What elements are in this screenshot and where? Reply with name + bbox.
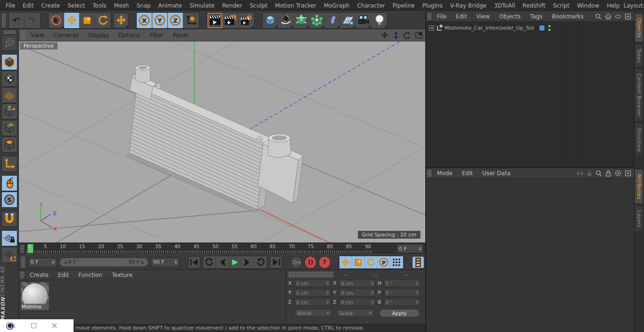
object-menu-item[interactable]: Bookmarks — [547, 12, 588, 21]
spinner-icon[interactable] — [419, 245, 421, 252]
polygons-mode-button[interactable] — [1, 137, 17, 153]
material-thumbnail[interactable]: Mishimo — [20, 282, 50, 311]
autokeying-button[interactable]: () — [305, 256, 316, 268]
menu-item[interactable]: Help — [603, 1, 623, 10]
material-menu-grip[interactable] — [20, 271, 24, 278]
keyframe-scale-toggle[interactable] — [352, 256, 365, 268]
play-forward-button[interactable] — [229, 256, 241, 268]
timeline-grip[interactable] — [20, 244, 24, 253]
tweak-mode-button[interactable] — [1, 175, 17, 191]
attribute-menu-item[interactable]: User Data — [478, 169, 515, 178]
position-field[interactable]: 0 cm — [294, 279, 331, 287]
goto-end-button[interactable] — [270, 256, 282, 268]
coordinate-space-dropdown[interactable]: World▼ — [294, 309, 332, 317]
menu-item[interactable]: 3DToAll — [490, 1, 519, 10]
menu-item[interactable]: Script — [549, 1, 573, 10]
size-field[interactable]: 0 cm — [339, 289, 376, 297]
menu-item[interactable]: V-Ray Bridge — [446, 1, 490, 10]
attribute-menu-item[interactable]: Mode — [432, 169, 457, 178]
object-row[interactable]: Mishimoto_Car_Intercooler_Up_Side_Pipes_… — [426, 23, 634, 33]
tab-layers[interactable]: Layers — [635, 205, 644, 232]
coords-grip[interactable] — [288, 271, 333, 278]
attribute-menu-item[interactable]: Edit — [457, 169, 478, 178]
viewport-menu-item[interactable]: Display — [83, 31, 114, 40]
size-field[interactable]: 0 cm — [339, 298, 376, 306]
size-field[interactable]: 0 cm — [339, 279, 376, 287]
menu-item[interactable]: Animate — [155, 1, 186, 10]
workplane-mode-button[interactable] — [1, 87, 17, 103]
menu-item[interactable]: Select — [64, 1, 89, 10]
viewport-menu-item[interactable]: View — [26, 31, 49, 40]
rotate-view-button[interactable] — [402, 31, 413, 40]
record-key-button[interactable] — [291, 256, 303, 268]
keyframe-pla-toggle[interactable] — [390, 256, 403, 268]
previous-frame-button[interactable] — [216, 256, 229, 268]
object-tree[interactable]: Mishimoto_Car_Intercooler_Up_Side_Pipes_… — [426, 22, 634, 167]
object-name[interactable]: Mishimoto_Car_Intercooler_Up_Side_Pipes_… — [445, 25, 534, 31]
playbar-grip[interactable] — [21, 256, 25, 268]
menu-item[interactable]: Edit — [19, 1, 37, 10]
toggle-view-button[interactable] — [413, 31, 424, 40]
menu-item[interactable]: Motion Tracker — [271, 1, 320, 10]
search-icon[interactable] — [595, 170, 602, 177]
range-start-field[interactable]: 0 F — [28, 258, 57, 267]
material-menu-item[interactable]: Function — [74, 271, 107, 279]
spinner-icon[interactable] — [52, 259, 55, 266]
zoom-view-button[interactable] — [390, 31, 402, 40]
viewport-3d-scene[interactable]: Perspective Grid Spacing : 10 cm Y Z X — [19, 41, 425, 243]
viewport-menu-item[interactable]: Panel — [168, 31, 193, 40]
menu-item[interactable]: Render — [218, 1, 246, 10]
viewport-menu-item[interactable]: Options — [114, 31, 145, 40]
tab-attributes[interactable]: Attributes — [635, 169, 644, 204]
keyframe-position-toggle[interactable] — [339, 256, 352, 268]
texture-mode-button[interactable] — [1, 71, 17, 87]
coordinate-mode-dropdown[interactable]: Scale▼ — [337, 309, 374, 317]
menu-item[interactable]: Character — [353, 1, 388, 10]
layer-color-swatch[interactable] — [539, 25, 545, 31]
menu-item[interactable]: Snap — [132, 1, 154, 10]
close-icon[interactable] — [51, 323, 58, 329]
model-mode-button[interactable] — [1, 54, 17, 70]
rotation-field[interactable]: 0 ° — [384, 279, 421, 287]
home-icon[interactable] — [605, 13, 611, 20]
menu-item[interactable]: Window — [573, 1, 603, 10]
rotation-field[interactable]: 0 ° — [384, 289, 421, 297]
history-back-icon[interactable] — [576, 170, 583, 176]
workplane-rotate-button[interactable] — [1, 247, 17, 263]
timeline-ruler[interactable]: 051015202530354045505560657075808590 — [25, 243, 395, 254]
target-icon[interactable] — [615, 170, 621, 177]
material-menu-item[interactable]: Create — [25, 271, 53, 279]
viewport-solo-button[interactable]: S — [1, 192, 17, 208]
menu-item[interactable]: Sculpt — [246, 1, 271, 10]
mode-toolbar-grip[interactable] — [3, 30, 16, 34]
preview-range-slider[interactable]: ◀ 0 F 90 F ▶ — [59, 258, 149, 267]
keyframe-rotation-toggle[interactable] — [365, 256, 378, 268]
viewport-menu-item[interactable]: Filter — [145, 31, 168, 40]
tab-structure[interactable]: Structure — [635, 123, 644, 156]
menu-item[interactable]: Redshift — [519, 1, 549, 10]
add-panel-icon[interactable] — [625, 13, 631, 20]
menu-item[interactable]: Tools — [89, 1, 110, 10]
spinner-icon[interactable] — [174, 259, 177, 266]
tab-objects[interactable]: Objects — [635, 13, 644, 42]
viewport-menu-item[interactable]: Cameras — [49, 31, 83, 40]
expand-icon[interactable] — [429, 25, 434, 31]
menu-item[interactable]: MoGraph — [320, 1, 354, 10]
object-menu-item[interactable]: View — [471, 12, 494, 21]
viewport-menu-grip[interactable] — [21, 31, 25, 40]
position-field[interactable]: 0 cm — [294, 298, 331, 306]
rotation-field[interactable]: 0 ° — [384, 298, 421, 306]
tab-takes[interactable]: Takes — [635, 44, 644, 67]
menu-item[interactable]: Mesh — [110, 1, 133, 10]
menu-item[interactable]: File — [2, 1, 19, 10]
next-key-button[interactable] — [254, 256, 267, 268]
material-menu-item[interactable]: Texture — [107, 271, 137, 279]
search-icon[interactable] — [595, 13, 602, 20]
enable-snap-button[interactable] — [1, 211, 17, 227]
make-preview-button[interactable] — [412, 256, 424, 268]
lock-icon[interactable] — [605, 170, 611, 177]
lock-workplane-button[interactable] — [1, 230, 17, 246]
points-mode-button[interactable] — [1, 104, 17, 120]
next-frame-button[interactable] — [241, 256, 254, 268]
cinema4d-logo-icon[interactable] — [6, 321, 15, 331]
